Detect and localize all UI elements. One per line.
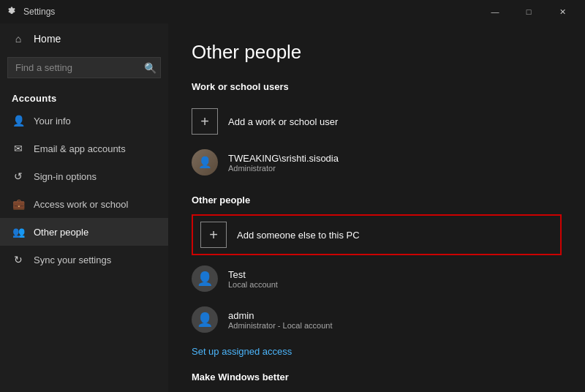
test-user-subtitle: Local account — [228, 280, 278, 289]
existing-user-info: TWEAKING\srishti.sisodia Administrator — [228, 153, 339, 173]
your-info-label: Your info — [34, 116, 71, 127]
test-user-info: Test Local account — [228, 269, 278, 289]
sidebar-section-title: Accounts — [0, 87, 168, 107]
search-input[interactable] — [7, 57, 161, 78]
existing-work-user-row[interactable]: 👤 TWEAKING\srishti.sisodia Administrator — [192, 142, 562, 183]
admin-user-row[interactable]: 👤 admin Administrator - Local account — [192, 299, 562, 340]
email-app-label: Email & app accounts — [34, 143, 126, 154]
test-user-row[interactable]: 👤 Test Local account — [192, 258, 562, 299]
existing-user-name: TWEAKING\srishti.sisodia — [228, 153, 339, 164]
sidebar-item-sync-settings[interactable]: ↻ Sync your settings — [0, 246, 168, 274]
email-icon: ✉ — [12, 142, 25, 155]
app-title: Settings — [23, 7, 55, 17]
sign-in-icon: ↺ — [12, 170, 25, 183]
work-section-header: Work or school users — [192, 81, 562, 92]
add-person-icon: + — [200, 222, 227, 248]
search-container: 🔍 — [7, 57, 161, 78]
admin-user-subtitle: Administrator - Local account — [228, 321, 332, 330]
home-label: Home — [34, 33, 61, 45]
work-icon: 💼 — [12, 197, 25, 211]
sidebar: ⌂ Home 🔍 Accounts 👤 Your info ✉ Email & … — [0, 23, 168, 392]
search-icon: 🔍 — [144, 62, 156, 74]
setup-assigned-access-link[interactable]: Set up assigned access — [192, 346, 562, 357]
admin-user-info: admin Administrator - Local account — [228, 310, 332, 330]
add-work-icon: + — [192, 108, 218, 135]
other-people-icon: 👥 — [12, 225, 25, 238]
add-work-user-row[interactable]: + Add a work or school user — [192, 101, 562, 142]
add-person-label: Add someone else to this PC — [237, 230, 360, 241]
existing-user-subtitle: Administrator — [228, 164, 339, 173]
sidebar-item-other-people[interactable]: 👥 Other people — [0, 218, 168, 246]
admin-user-name: admin — [228, 310, 332, 321]
close-button[interactable]: ✕ — [546, 0, 579, 23]
content-area: Other people Work or school users + Add … — [168, 23, 585, 392]
test-user-name: Test — [228, 269, 278, 280]
make-better-header: Make Windows better — [192, 372, 562, 382]
access-work-label: Access work or school — [34, 199, 128, 210]
settings-icon — [6, 6, 18, 18]
admin-user-avatar: 👤 — [192, 306, 218, 333]
sync-settings-label: Sync your settings — [34, 255, 111, 265]
titlebar: Settings — □ ✕ — [0, 0, 585, 23]
sync-icon: ↻ — [12, 253, 25, 266]
sidebar-item-your-info[interactable]: 👤 Your info — [0, 107, 168, 135]
sidebar-item-home[interactable]: ⌂ Home — [0, 23, 168, 54]
sidebar-item-sign-in[interactable]: ↺ Sign-in options — [0, 162, 168, 190]
other-people-section-header: Other people — [192, 195, 562, 206]
window-controls: — □ ✕ — [478, 0, 579, 23]
add-person-row[interactable]: + Add someone else to this PC — [192, 214, 562, 255]
sidebar-item-access-work[interactable]: 💼 Access work or school — [0, 190, 168, 218]
sign-in-label: Sign-in options — [34, 171, 97, 182]
add-work-label: Add a work or school user — [228, 116, 338, 127]
minimize-button[interactable]: — — [478, 0, 512, 23]
main-layout: ⌂ Home 🔍 Accounts 👤 Your info ✉ Email & … — [0, 23, 585, 392]
add-work-info: Add a work or school user — [228, 116, 338, 127]
maximize-button[interactable]: □ — [512, 0, 546, 23]
page-title: Other people — [192, 41, 562, 64]
sidebar-item-email-app[interactable]: ✉ Email & app accounts — [0, 135, 168, 162]
your-info-icon: 👤 — [12, 114, 25, 127]
add-person-info: Add someone else to this PC — [237, 230, 360, 241]
other-people-label: Other people — [34, 227, 88, 238]
test-user-avatar: 👤 — [192, 265, 218, 292]
titlebar-left: Settings — [6, 6, 55, 18]
home-icon: ⌂ — [12, 32, 25, 45]
user-avatar: 👤 — [192, 149, 218, 176]
